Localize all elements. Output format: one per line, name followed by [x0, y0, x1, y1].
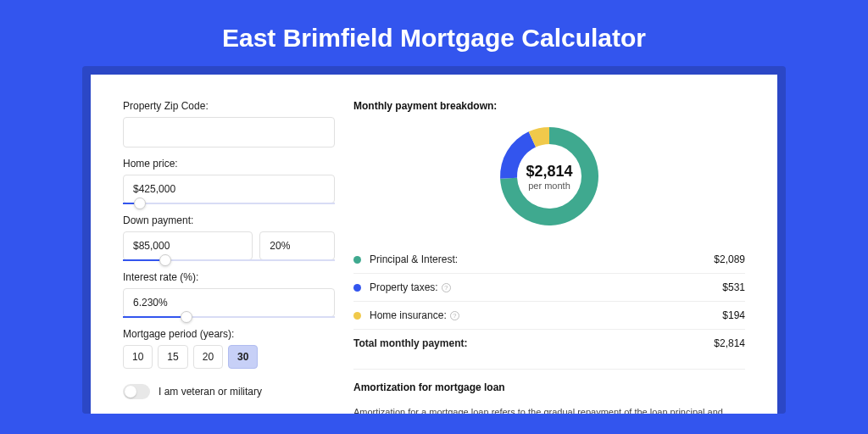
- home-price-label: Home price:: [123, 158, 335, 170]
- down-payment-pct-input[interactable]: [259, 231, 335, 260]
- toggle-knob: [125, 386, 136, 398]
- veteran-label: I am veteran or military: [159, 386, 262, 398]
- home-price-slider-thumb[interactable]: [134, 198, 146, 209]
- period-btn-30[interactable]: 30: [228, 345, 258, 369]
- legend-value: $194: [698, 309, 745, 321]
- legend-value: $531: [698, 281, 745, 293]
- interest-field: Interest rate (%):: [123, 271, 335, 318]
- zip-field: Property Zip Code:: [123, 100, 335, 147]
- down-payment-field: Down payment:: [123, 214, 335, 261]
- interest-input[interactable]: [123, 288, 335, 317]
- legend-row: Home insurance:?$194: [353, 302, 745, 330]
- legend-label: Property taxes:?: [370, 281, 698, 293]
- legend-dot-icon: [353, 256, 361, 264]
- total-value: $2,814: [698, 337, 745, 349]
- legend-label: Principal & Interest:: [370, 253, 698, 265]
- home-price-input[interactable]: [123, 175, 335, 203]
- breakdown-heading: Monthly payment breakdown:: [353, 100, 745, 112]
- info-icon[interactable]: ?: [450, 311, 459, 320]
- amortization-heading: Amortization for mortgage loan: [353, 381, 745, 393]
- interest-slider-thumb[interactable]: [181, 311, 192, 323]
- period-btn-15[interactable]: 15: [158, 345, 187, 369]
- info-icon[interactable]: ?: [442, 283, 451, 292]
- interest-label: Interest rate (%):: [123, 271, 335, 283]
- down-payment-input[interactable]: [123, 231, 253, 260]
- inputs-column: Property Zip Code: Home price: Down paym…: [123, 100, 335, 414]
- period-options: 10152030: [123, 345, 335, 369]
- legend-row: Property taxes:?$531: [353, 274, 745, 302]
- legend-value: $2,089: [698, 253, 745, 265]
- veteran-row: I am veteran or military: [123, 384, 335, 399]
- zip-label: Property Zip Code:: [123, 100, 335, 112]
- calculator-panel: Property Zip Code: Home price: Down paym…: [91, 75, 777, 414]
- period-btn-10[interactable]: 10: [123, 345, 153, 369]
- donut-amount: $2,814: [526, 163, 572, 181]
- interest-slider[interactable]: [123, 316, 335, 318]
- period-label: Mortgage period (years):: [123, 328, 335, 340]
- legend-row: Principal & Interest:$2,089: [353, 246, 745, 274]
- home-price-field: Home price:: [123, 158, 335, 204]
- down-payment-slider[interactable]: [123, 259, 335, 261]
- amortization-section: Amortization for mortgage loan Amortizat…: [353, 369, 745, 414]
- breakdown-column: Monthly payment breakdown: $2,814 per mo…: [353, 100, 745, 414]
- down-payment-slider-thumb[interactable]: [159, 254, 171, 266]
- calculator-shadow: Property Zip Code: Home price: Down paym…: [82, 66, 786, 414]
- legend-dot-icon: [353, 312, 361, 320]
- veteran-toggle[interactable]: [123, 384, 150, 399]
- donut-center: $2,814 per month: [526, 163, 572, 191]
- page-title: East Brimfield Mortgage Calculator: [0, 0, 868, 66]
- zip-input[interactable]: [123, 117, 335, 147]
- donut-chart: $2,814 per month: [353, 124, 745, 229]
- home-price-slider[interactable]: [123, 203, 335, 204]
- donut-sub: per month: [526, 181, 572, 191]
- down-payment-label: Down payment:: [123, 214, 335, 226]
- total-label: Total monthly payment:: [353, 337, 698, 349]
- legend-dot-icon: [353, 284, 361, 292]
- legend-label: Home insurance:?: [370, 309, 698, 321]
- legend: Principal & Interest:$2,089Property taxe…: [353, 246, 745, 330]
- total-row: Total monthly payment: $2,814: [353, 330, 745, 357]
- period-btn-20[interactable]: 20: [193, 345, 223, 369]
- amortization-text: Amortization for a mortgage loan refers …: [353, 405, 745, 414]
- period-field: Mortgage period (years): 10152030: [123, 328, 335, 369]
